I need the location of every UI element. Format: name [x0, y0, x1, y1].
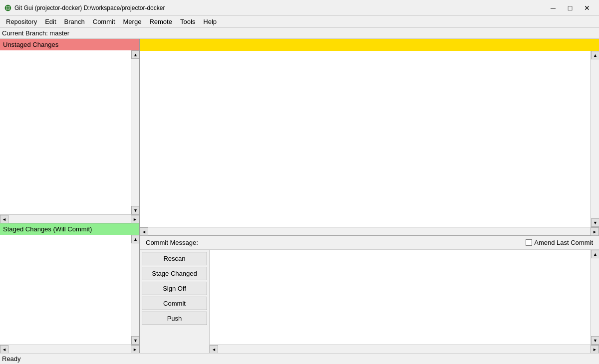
commit-buttons-panel: Rescan Stage Changed Sign Off Commit Pus… [140, 250, 210, 353]
staged-scroll-track-v [131, 243, 139, 336]
app-title: Git Gui (projector-docker) D:/workspace/… [14, 4, 165, 11]
commit-msg-vscroll[interactable]: ▲ ▼ [591, 250, 599, 345]
app-icon: ⊕ [4, 2, 11, 13]
commit-msg-scroll-right[interactable]: ► [591, 345, 599, 353]
menu-merge[interactable]: Merge [119, 17, 146, 26]
commit-message-label: Commit Message: [146, 239, 198, 246]
staged-scroll-right[interactable]: ► [131, 345, 139, 353]
unstaged-list[interactable]: ▲ ▼ [0, 50, 139, 214]
diff-scroll-down[interactable]: ▼ [591, 218, 599, 227]
staged-hscroll-bar: ◄ ► [0, 345, 139, 353]
current-branch-label: Current Branch: master [2, 29, 69, 37]
menu-repository[interactable]: Repository [2, 17, 41, 26]
menu-tools[interactable]: Tools [176, 17, 199, 26]
menu-bar: Repository Edit Branch Commit Merge Remo… [0, 16, 599, 28]
diff-area: ▲ ▼ ◄ ► [140, 39, 599, 236]
commit-header-row: Commit Message: Amend Last Commit [140, 236, 599, 250]
staged-scroll-down[interactable]: ▼ [131, 336, 139, 345]
unstaged-scroll-up[interactable]: ▲ [131, 50, 139, 59]
unstaged-scroll-left[interactable]: ◄ [0, 215, 8, 223]
left-panel: Unstaged Changes ▲ ▼ ◄ ► Staged Changes … [0, 39, 140, 353]
staged-list[interactable]: ▲ ▼ [0, 235, 139, 345]
title-bar: ⊕ Git Gui (projector-docker) D:/workspac… [0, 0, 599, 16]
branch-bar: Current Branch: master [0, 28, 599, 39]
maximize-button[interactable]: □ [562, 2, 578, 14]
diff-scroll-right[interactable]: ► [591, 227, 599, 236]
staged-scroll-track-h [8, 345, 131, 353]
commit-msg-scroll-left[interactable]: ◄ [210, 345, 218, 353]
close-button[interactable]: ✕ [579, 2, 595, 14]
unstaged-hscroll-bar: ◄ ► [0, 214, 139, 223]
diff-scroll-left[interactable]: ◄ [140, 227, 148, 236]
staged-section: Staged Changes (Will Commit) ▲ ▼ ◄ ► [0, 223, 139, 353]
menu-commit[interactable]: Commit [89, 17, 119, 26]
diff-header-bar [140, 39, 599, 51]
title-bar-left: ⊕ Git Gui (projector-docker) D:/workspac… [4, 2, 165, 13]
commit-body: Rescan Stage Changed Sign Off Commit Pus… [140, 250, 599, 353]
commit-message-input[interactable] [210, 250, 599, 345]
commit-msg-scroll-track-v [591, 258, 599, 336]
status-bar: Ready [0, 353, 599, 364]
unstaged-vscroll[interactable]: ▲ ▼ [131, 50, 139, 214]
staged-vscroll[interactable]: ▲ ▼ [131, 235, 139, 345]
status-text: Ready [2, 355, 21, 363]
commit-button[interactable]: Commit [142, 297, 207, 310]
diff-hscroll-bar: ◄ ► [140, 227, 599, 235]
commit-message-area: ▲ ▼ ◄ ► [210, 250, 599, 353]
staged-scroll-up[interactable]: ▲ [131, 235, 139, 243]
unstaged-scroll-down[interactable]: ▼ [131, 206, 139, 214]
commit-msg-scroll-up[interactable]: ▲ [591, 250, 599, 258]
amend-last-commit-label: Amend Last Commit [534, 239, 593, 246]
commit-msg-scroll-down[interactable]: ▼ [591, 336, 599, 345]
menu-help[interactable]: Help [199, 17, 221, 26]
menu-remote[interactable]: Remote [145, 17, 176, 26]
commit-area: Commit Message: Amend Last Commit Rescan… [140, 236, 599, 353]
commit-msg-hscroll: ◄ ► [210, 345, 599, 353]
diff-scroll-track-h [148, 227, 591, 235]
unstaged-section: Unstaged Changes ▲ ▼ ◄ ► [0, 39, 139, 223]
sign-off-button[interactable]: Sign Off [142, 282, 207, 295]
diff-scroll-track-v [591, 59, 599, 218]
staged-header: Staged Changes (Will Commit) [0, 223, 139, 235]
menu-branch[interactable]: Branch [60, 17, 89, 26]
window-controls: ─ □ ✕ [545, 2, 595, 14]
unstaged-scroll-track-h [8, 215, 131, 223]
commit-msg-scroll-track-h [218, 345, 591, 353]
diff-scroll-up[interactable]: ▲ [591, 51, 599, 59]
main-content: Unstaged Changes ▲ ▼ ◄ ► Staged Changes … [0, 39, 599, 353]
rescan-button[interactable]: Rescan [142, 252, 207, 265]
push-button[interactable]: Push [142, 312, 207, 325]
diff-vscroll[interactable]: ▲ ▼ [591, 51, 599, 227]
minimize-button[interactable]: ─ [545, 2, 561, 14]
unstaged-scroll-track-v [131, 59, 139, 206]
right-panel: ▲ ▼ ◄ ► Commit Message: Amend Last Commi… [140, 39, 599, 353]
amend-last-commit-row: Amend Last Commit [526, 239, 593, 246]
staged-scroll-left[interactable]: ◄ [0, 345, 8, 353]
menu-edit[interactable]: Edit [41, 17, 60, 26]
diff-content[interactable]: ▲ ▼ [140, 51, 599, 227]
unstaged-scroll-right[interactable]: ► [131, 215, 139, 223]
stage-changed-button[interactable]: Stage Changed [142, 267, 207, 280]
unstaged-header: Unstaged Changes [0, 39, 139, 50]
amend-checkbox[interactable] [526, 239, 532, 246]
